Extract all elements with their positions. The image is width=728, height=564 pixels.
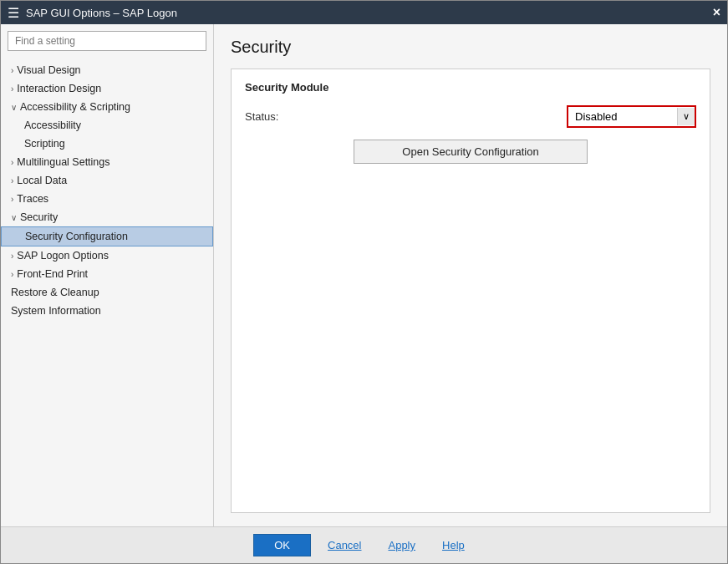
sidebar-item-label: Local Data bbox=[17, 175, 67, 186]
sidebar-item-scripting[interactable]: Scripting bbox=[1, 135, 213, 153]
security-module-section: Security Module Status: Disabled Enabled… bbox=[231, 69, 710, 513]
status-label: Status: bbox=[245, 110, 278, 123]
sidebar: › Visual Design › Interaction Design ∨ A… bbox=[1, 24, 214, 526]
open-security-config-button[interactable]: Open Security Configuration bbox=[354, 140, 588, 164]
sidebar-item-label: Multilingual Settings bbox=[17, 156, 109, 168]
title-bar-left: ☰ SAP GUI Options – SAP Logon bbox=[8, 5, 177, 21]
chevron-right-icon: › bbox=[11, 84, 13, 94]
sidebar-item-label: Interaction Design bbox=[17, 83, 101, 94]
content-area: › Visual Design › Interaction Design ∨ A… bbox=[1, 24, 727, 526]
sidebar-item-accessibility[interactable]: Accessibility bbox=[1, 116, 213, 135]
sidebar-item-security-configuration[interactable]: Security Configuration bbox=[1, 226, 213, 246]
chevron-right-icon: › bbox=[11, 270, 13, 279]
status-select-container[interactable]: Disabled Enabled ∨ bbox=[567, 105, 696, 128]
sidebar-item-label: Traces bbox=[17, 193, 48, 205]
cancel-button[interactable]: Cancel bbox=[318, 535, 371, 556]
help-button[interactable]: Help bbox=[432, 535, 475, 556]
status-select[interactable]: Disabled Enabled bbox=[568, 107, 677, 126]
sidebar-item-label: Security Configuration bbox=[25, 231, 128, 242]
chevron-right-icon: › bbox=[11, 252, 13, 261]
ok-button[interactable]: OK bbox=[253, 534, 311, 556]
sidebar-item-label: Restore & Cleanup bbox=[11, 287, 99, 298]
sidebar-item-traces[interactable]: › Traces bbox=[1, 190, 213, 208]
search-input[interactable] bbox=[8, 31, 206, 51]
sidebar-item-front-end-print[interactable]: › Front-End Print bbox=[1, 265, 213, 283]
sidebar-item-accessibility-scripting[interactable]: ∨ Accessibility & Scripting bbox=[1, 98, 213, 116]
sidebar-item-sap-logon-options[interactable]: › SAP Logon Options bbox=[1, 246, 213, 265]
chevron-right-icon: › bbox=[11, 195, 13, 204]
sidebar-item-restore-cleanup[interactable]: Restore & Cleanup bbox=[1, 283, 213, 302]
sidebar-item-local-data[interactable]: › Local Data bbox=[1, 171, 213, 190]
sidebar-item-label: SAP Logon Options bbox=[17, 250, 109, 262]
main-content: Security Security Module Status: Disable… bbox=[214, 24, 727, 526]
menu-icon[interactable]: ☰ bbox=[8, 5, 19, 21]
chevron-down-icon: ∨ bbox=[11, 103, 17, 112]
nav-list: › Visual Design › Interaction Design ∨ A… bbox=[1, 58, 213, 526]
chevron-right-icon: › bbox=[11, 158, 13, 167]
apply-button[interactable]: Apply bbox=[378, 535, 425, 556]
sidebar-item-label: Accessibility bbox=[24, 119, 81, 131]
dropdown-arrow-icon: ∨ bbox=[677, 108, 695, 125]
sidebar-item-interaction-design[interactable]: › Interaction Design bbox=[1, 79, 213, 98]
sidebar-item-label: Security bbox=[20, 211, 58, 223]
sidebar-item-label: System Information bbox=[11, 305, 101, 317]
sidebar-item-visual-design[interactable]: › Visual Design bbox=[1, 61, 213, 79]
chevron-right-icon: › bbox=[11, 66, 13, 75]
title-bar: ☰ SAP GUI Options – SAP Logon × bbox=[1, 1, 727, 24]
section-title: Security Module bbox=[245, 81, 696, 94]
page-title: Security bbox=[231, 38, 710, 57]
chevron-right-icon: › bbox=[11, 176, 13, 185]
sidebar-item-label: Front-End Print bbox=[17, 268, 88, 280]
sidebar-item-multilingual-settings[interactable]: › Multilingual Settings bbox=[1, 153, 213, 171]
sidebar-item-label: Scripting bbox=[24, 138, 65, 150]
chevron-down-icon: ∨ bbox=[11, 213, 17, 222]
close-button[interactable]: × bbox=[713, 5, 720, 20]
sidebar-item-label: Visual Design bbox=[17, 64, 80, 76]
footer: OK Cancel Apply Help bbox=[1, 526, 727, 563]
sidebar-item-label: Accessibility & Scripting bbox=[20, 101, 130, 113]
sidebar-item-security[interactable]: ∨ Security bbox=[1, 208, 213, 226]
status-row: Status: Disabled Enabled ∨ bbox=[245, 105, 696, 128]
window-title: SAP GUI Options – SAP Logon bbox=[26, 7, 177, 19]
main-window: ☰ SAP GUI Options – SAP Logon × › Visual… bbox=[0, 0, 728, 564]
sidebar-item-system-information[interactable]: System Information bbox=[1, 302, 213, 320]
